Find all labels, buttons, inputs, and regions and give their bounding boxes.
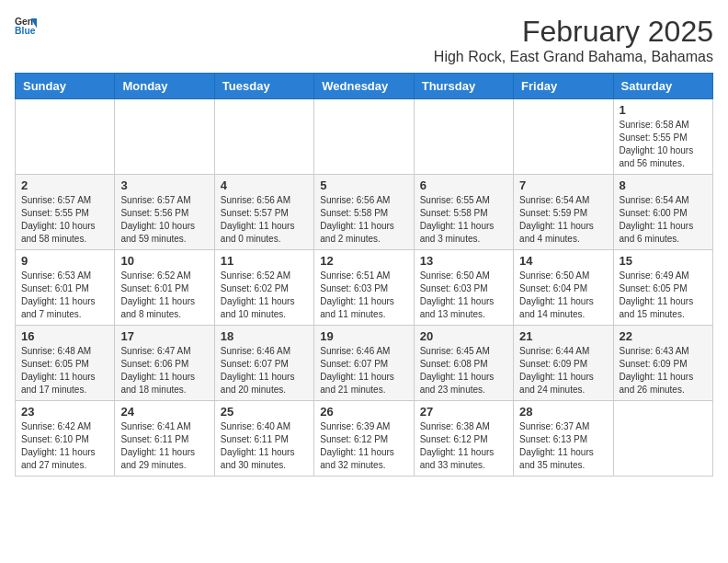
day-number: 4	[221, 178, 308, 192]
calendar-cell: 17Sunrise: 6:47 AM Sunset: 6:06 PM Dayli…	[115, 326, 214, 401]
calendar-cell: 1Sunrise: 6:58 AM Sunset: 5:55 PM Daylig…	[613, 99, 712, 175]
day-number: 7	[519, 178, 607, 192]
calendar-cell	[613, 401, 712, 477]
calendar-cell	[514, 99, 613, 175]
calendar-cell: 24Sunrise: 6:41 AM Sunset: 6:11 PM Dayli…	[115, 401, 214, 477]
calendar-cell: 23Sunrise: 6:42 AM Sunset: 6:10 PM Dayli…	[16, 401, 115, 477]
day-info: Sunrise: 6:44 AM Sunset: 6:09 PM Dayligh…	[519, 345, 607, 396]
calendar-cell: 22Sunrise: 6:43 AM Sunset: 6:09 PM Dayli…	[613, 326, 712, 401]
calendar-cell	[214, 99, 313, 175]
day-number: 23	[21, 405, 108, 419]
day-number: 6	[420, 178, 507, 192]
title-section: February 2025 High Rock, East Grand Baha…	[434, 15, 713, 65]
calendar-cell: 18Sunrise: 6:46 AM Sunset: 6:07 PM Dayli…	[214, 326, 313, 401]
calendar-cell: 20Sunrise: 6:45 AM Sunset: 6:08 PM Dayli…	[414, 326, 513, 401]
day-number: 15	[620, 254, 707, 268]
day-number: 20	[420, 329, 507, 343]
day-info: Sunrise: 6:50 AM Sunset: 6:04 PM Dayligh…	[519, 270, 607, 321]
calendar-cell: 16Sunrise: 6:48 AM Sunset: 6:05 PM Dayli…	[16, 326, 115, 401]
calendar-week-1: 2Sunrise: 6:57 AM Sunset: 5:55 PM Daylig…	[16, 175, 713, 250]
day-number: 19	[320, 329, 407, 343]
day-info: Sunrise: 6:52 AM Sunset: 6:02 PM Dayligh…	[221, 270, 308, 321]
calendar-week-4: 23Sunrise: 6:42 AM Sunset: 6:10 PM Dayli…	[16, 401, 713, 477]
day-info: Sunrise: 6:37 AM Sunset: 6:13 PM Dayligh…	[519, 420, 607, 472]
logo-icon: General Blue	[15, 15, 37, 37]
calendar-header-row: SundayMondayTuesdayWednesdayThursdayFrid…	[16, 74, 713, 99]
day-number: 16	[21, 329, 108, 343]
day-number: 21	[519, 329, 607, 343]
calendar-cell: 12Sunrise: 6:51 AM Sunset: 6:03 PM Dayli…	[314, 250, 414, 326]
month-title: February 2025	[434, 15, 713, 49]
day-info: Sunrise: 6:53 AM Sunset: 6:01 PM Dayligh…	[21, 270, 108, 321]
day-number: 1	[620, 103, 707, 117]
day-info: Sunrise: 6:55 AM Sunset: 5:58 PM Dayligh…	[420, 194, 507, 246]
day-number: 17	[120, 329, 208, 343]
calendar-cell	[314, 99, 414, 175]
day-info: Sunrise: 6:46 AM Sunset: 6:07 PM Dayligh…	[221, 345, 308, 396]
day-info: Sunrise: 6:49 AM Sunset: 6:05 PM Dayligh…	[620, 270, 707, 321]
calendar-header-sunday: Sunday	[16, 74, 115, 99]
day-info: Sunrise: 6:51 AM Sunset: 6:03 PM Dayligh…	[320, 270, 407, 321]
day-number: 11	[221, 254, 308, 268]
day-info: Sunrise: 6:52 AM Sunset: 6:01 PM Dayligh…	[120, 270, 208, 321]
calendar-cell: 27Sunrise: 6:38 AM Sunset: 6:12 PM Dayli…	[414, 401, 513, 477]
calendar-cell: 4Sunrise: 6:56 AM Sunset: 5:57 PM Daylig…	[214, 175, 313, 250]
day-info: Sunrise: 6:42 AM Sunset: 6:10 PM Dayligh…	[21, 420, 108, 472]
location-title: High Rock, East Grand Bahama, Bahamas	[434, 49, 713, 65]
day-number: 25	[221, 405, 308, 419]
day-info: Sunrise: 6:54 AM Sunset: 5:59 PM Dayligh…	[519, 194, 607, 246]
calendar-cell: 10Sunrise: 6:52 AM Sunset: 6:01 PM Dayli…	[115, 250, 214, 326]
day-number: 18	[221, 329, 308, 343]
day-info: Sunrise: 6:48 AM Sunset: 6:05 PM Dayligh…	[21, 345, 108, 396]
day-info: Sunrise: 6:39 AM Sunset: 6:12 PM Dayligh…	[320, 420, 407, 472]
day-number: 26	[320, 405, 407, 419]
day-info: Sunrise: 6:46 AM Sunset: 6:07 PM Dayligh…	[320, 345, 407, 396]
calendar-cell: 3Sunrise: 6:57 AM Sunset: 5:56 PM Daylig…	[115, 175, 214, 250]
calendar-header-friday: Friday	[514, 74, 613, 99]
calendar-cell: 7Sunrise: 6:54 AM Sunset: 5:59 PM Daylig…	[514, 175, 613, 250]
calendar-cell: 25Sunrise: 6:40 AM Sunset: 6:11 PM Dayli…	[214, 401, 313, 477]
calendar-cell	[115, 99, 214, 175]
day-info: Sunrise: 6:57 AM Sunset: 5:56 PM Dayligh…	[120, 194, 208, 246]
calendar-cell: 6Sunrise: 6:55 AM Sunset: 5:58 PM Daylig…	[414, 175, 513, 250]
day-number: 9	[21, 254, 108, 268]
calendar-cell: 26Sunrise: 6:39 AM Sunset: 6:12 PM Dayli…	[314, 401, 414, 477]
calendar-header-tuesday: Tuesday	[214, 74, 313, 99]
day-number: 13	[420, 254, 507, 268]
calendar-cell: 14Sunrise: 6:50 AM Sunset: 6:04 PM Dayli…	[514, 250, 613, 326]
day-number: 22	[620, 329, 707, 343]
calendar-cell: 19Sunrise: 6:46 AM Sunset: 6:07 PM Dayli…	[314, 326, 414, 401]
day-number: 24	[120, 405, 208, 419]
calendar-header-monday: Monday	[115, 74, 214, 99]
calendar-cell: 21Sunrise: 6:44 AM Sunset: 6:09 PM Dayli…	[514, 326, 613, 401]
day-number: 5	[320, 178, 407, 192]
calendar-cell: 8Sunrise: 6:54 AM Sunset: 6:00 PM Daylig…	[613, 175, 712, 250]
day-info: Sunrise: 6:54 AM Sunset: 6:00 PM Dayligh…	[620, 194, 707, 246]
calendar-cell: 2Sunrise: 6:57 AM Sunset: 5:55 PM Daylig…	[16, 175, 115, 250]
logo: General Blue	[15, 15, 37, 37]
day-number: 14	[519, 254, 607, 268]
day-info: Sunrise: 6:41 AM Sunset: 6:11 PM Dayligh…	[120, 420, 208, 472]
day-info: Sunrise: 6:58 AM Sunset: 5:55 PM Dayligh…	[620, 119, 707, 170]
day-info: Sunrise: 6:56 AM Sunset: 5:57 PM Dayligh…	[221, 194, 308, 246]
svg-text:Blue: Blue	[15, 26, 36, 36]
calendar-week-3: 16Sunrise: 6:48 AM Sunset: 6:05 PM Dayli…	[16, 326, 713, 401]
calendar-cell: 13Sunrise: 6:50 AM Sunset: 6:03 PM Dayli…	[414, 250, 513, 326]
calendar-header-saturday: Saturday	[613, 74, 712, 99]
day-number: 27	[420, 405, 507, 419]
day-number: 10	[120, 254, 208, 268]
day-number: 3	[120, 178, 208, 192]
calendar-cell: 5Sunrise: 6:56 AM Sunset: 5:58 PM Daylig…	[314, 175, 414, 250]
day-number: 28	[519, 405, 607, 419]
calendar-cell	[16, 99, 115, 175]
day-info: Sunrise: 6:45 AM Sunset: 6:08 PM Dayligh…	[420, 345, 507, 396]
day-info: Sunrise: 6:43 AM Sunset: 6:09 PM Dayligh…	[620, 345, 707, 396]
day-info: Sunrise: 6:40 AM Sunset: 6:11 PM Dayligh…	[221, 420, 308, 472]
calendar-cell: 9Sunrise: 6:53 AM Sunset: 6:01 PM Daylig…	[16, 250, 115, 326]
calendar: SundayMondayTuesdayWednesdayThursdayFrid…	[15, 73, 713, 477]
day-info: Sunrise: 6:38 AM Sunset: 6:12 PM Dayligh…	[420, 420, 507, 472]
calendar-header-wednesday: Wednesday	[314, 74, 414, 99]
calendar-cell: 28Sunrise: 6:37 AM Sunset: 6:13 PM Dayli…	[514, 401, 613, 477]
calendar-cell	[414, 99, 513, 175]
day-number: 8	[620, 178, 707, 192]
